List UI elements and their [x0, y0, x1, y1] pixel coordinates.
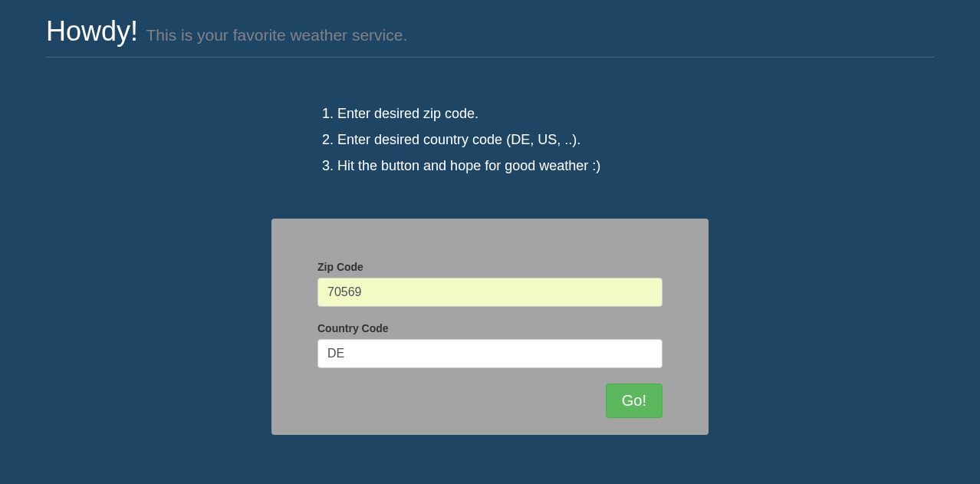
instruction-item: 2. Enter desired country code (DE, US, .… [322, 130, 934, 150]
instruction-item: 1. Enter desired zip code. [322, 104, 934, 124]
page-header: Howdy! This is your favorite weather ser… [46, 15, 934, 58]
go-button[interactable]: Go! [606, 384, 663, 418]
instruction-item: 3. Hit the button and hope for good weat… [322, 156, 934, 176]
page-title: Howdy! [46, 15, 138, 47]
page-subtitle: This is your favorite weather service. [146, 26, 408, 44]
weather-form-panel: Zip Code Country Code Go! [271, 219, 709, 435]
country-code-input[interactable] [317, 339, 663, 368]
zip-code-input[interactable] [317, 278, 663, 307]
instructions-list: 1. Enter desired zip code. 2. Enter desi… [322, 104, 934, 176]
zip-code-label: Zip Code [317, 261, 663, 273]
country-code-label: Country Code [317, 322, 663, 334]
